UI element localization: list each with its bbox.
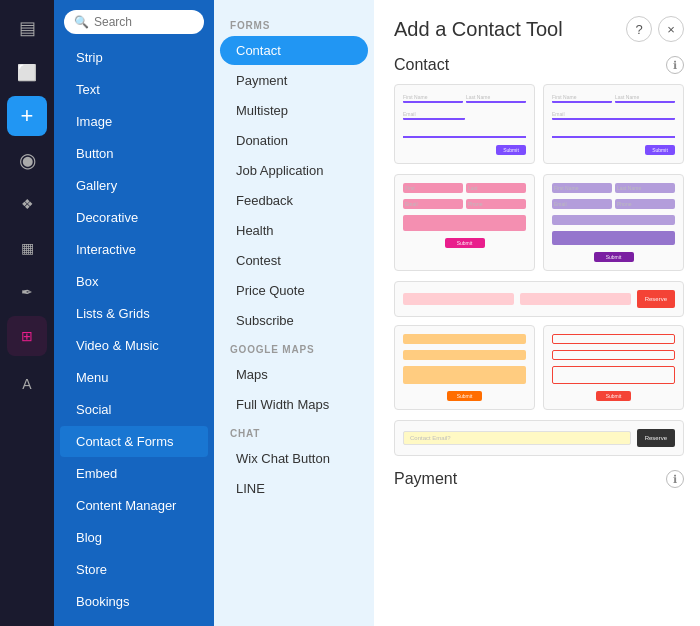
forms-grid-row1: First Name Last Name Email Submit First … bbox=[394, 84, 684, 164]
sidebar-item-embed[interactable]: Embed bbox=[60, 458, 208, 489]
right-panel: Add a Contact Tool ? × Contact ℹ First N… bbox=[374, 0, 700, 626]
icon-bar: ▤ ⬜ + ◉ ❖ ▦ ✒ ⊞ A bbox=[0, 0, 54, 626]
panel-title: Add a Contact Tool bbox=[394, 18, 563, 41]
reserve-button-preview: Reserve bbox=[637, 290, 675, 308]
sidebar-item-menu[interactable]: Menu bbox=[60, 362, 208, 393]
forms-grid-row3: Submit Submit bbox=[394, 325, 684, 410]
middle-item-contest[interactable]: Contest bbox=[220, 246, 368, 275]
form-card-wide-2[interactable]: Contact Email? Reserve bbox=[394, 420, 684, 456]
middle-item-payment[interactable]: Payment bbox=[220, 66, 368, 95]
middle-item-line[interactable]: LINE bbox=[220, 474, 368, 503]
middle-item-price-quote[interactable]: Price Quote bbox=[220, 276, 368, 305]
sidebar-item-box[interactable]: Box bbox=[60, 266, 208, 297]
middle-item-contact[interactable]: Contact bbox=[220, 36, 368, 65]
widgets-icon[interactable]: ⊞ bbox=[7, 316, 47, 356]
sidebar-item-content-manager[interactable]: Content Manager bbox=[60, 490, 208, 521]
sidebar-item-video[interactable]: Video & Music bbox=[60, 330, 208, 361]
blog2-icon[interactable]: A bbox=[7, 364, 47, 404]
middle-item-donation[interactable]: Donation bbox=[220, 126, 368, 155]
apps-market-icon[interactable]: ❖ bbox=[7, 184, 47, 224]
contact-section-title: Contact bbox=[394, 56, 449, 74]
layouts-icon[interactable]: ⬜ bbox=[7, 52, 47, 92]
sidebar-item-events[interactable]: Events bbox=[60, 618, 208, 626]
reserve-dark-button-preview: Reserve bbox=[637, 429, 675, 447]
payment-section-header: Payment ℹ bbox=[394, 470, 684, 488]
sidebar-item-store[interactable]: Store bbox=[60, 554, 208, 585]
design-icon[interactable]: ◉ bbox=[7, 140, 47, 180]
sidebar-item-gallery[interactable]: Gallery bbox=[60, 170, 208, 201]
sidebar-item-decorative[interactable]: Decorative bbox=[60, 202, 208, 233]
middle-item-health[interactable]: Health bbox=[220, 216, 368, 245]
sidebar-item-lists[interactable]: Lists & Grids bbox=[60, 298, 208, 329]
form-card-2[interactable]: First Name Last Name Email Submit bbox=[543, 84, 684, 164]
middle-item-maps[interactable]: Maps bbox=[220, 360, 368, 389]
contact-info-icon[interactable]: ℹ bbox=[666, 56, 684, 74]
add-icon[interactable]: + bbox=[7, 96, 47, 136]
search-input[interactable] bbox=[94, 15, 194, 29]
form-card-outlined[interactable]: Submit bbox=[543, 325, 684, 410]
middle-item-full-width-maps[interactable]: Full Width Maps bbox=[220, 390, 368, 419]
form-card-orange[interactable]: Submit bbox=[394, 325, 535, 410]
form-card-3[interactable]: First Last Email Phone Submit bbox=[394, 174, 535, 271]
left-panel: 🔍 Strip Text Image Button Gallery Decora… bbox=[54, 0, 214, 626]
form-card-4[interactable]: First Name Last Name Email Phone Submit bbox=[543, 174, 684, 271]
form-card-1[interactable]: First Name Last Name Email Submit bbox=[394, 84, 535, 164]
pages-icon[interactable]: ▤ bbox=[7, 8, 47, 48]
close-button[interactable]: × bbox=[658, 16, 684, 42]
maps-section-label: GOOGLE MAPS bbox=[214, 336, 374, 359]
payment-section-title: Payment bbox=[394, 470, 457, 488]
pen-icon[interactable]: ✒ bbox=[7, 272, 47, 312]
middle-item-job-application[interactable]: Job Application bbox=[220, 156, 368, 185]
sidebar-item-button[interactable]: Button bbox=[60, 138, 208, 169]
sidebar-item-social[interactable]: Social bbox=[60, 394, 208, 425]
search-icon: 🔍 bbox=[74, 15, 89, 29]
chat-section-label: CHAT bbox=[214, 420, 374, 443]
sidebar-item-contact[interactable]: Contact & Forms bbox=[60, 426, 208, 457]
form-card-wide-1[interactable]: Reserve bbox=[394, 281, 684, 317]
middle-item-wix-chat[interactable]: Wix Chat Button bbox=[220, 444, 368, 473]
panel-header: Add a Contact Tool ? × bbox=[394, 16, 684, 42]
middle-item-subscribe[interactable]: Subscribe bbox=[220, 306, 368, 335]
sidebar-item-strip[interactable]: Strip bbox=[60, 42, 208, 73]
sidebar-item-blog[interactable]: Blog bbox=[60, 522, 208, 553]
media-icon[interactable]: ▦ bbox=[7, 228, 47, 268]
panel-controls: ? × bbox=[626, 16, 684, 42]
search-box[interactable]: 🔍 bbox=[64, 10, 204, 34]
middle-item-multistep[interactable]: Multistep bbox=[220, 96, 368, 125]
middle-item-feedback[interactable]: Feedback bbox=[220, 186, 368, 215]
help-button[interactable]: ? bbox=[626, 16, 652, 42]
payment-info-icon[interactable]: ℹ bbox=[666, 470, 684, 488]
sidebar-item-interactive[interactable]: Interactive bbox=[60, 234, 208, 265]
middle-panel: FORMS Contact Payment Multistep Donation… bbox=[214, 0, 374, 626]
forms-grid-row2: First Last Email Phone Submit First Name… bbox=[394, 174, 684, 271]
forms-section-label: FORMS bbox=[214, 12, 374, 35]
sidebar-item-image[interactable]: Image bbox=[60, 106, 208, 137]
sidebar-item-bookings[interactable]: Bookings bbox=[60, 586, 208, 617]
sidebar-item-text[interactable]: Text bbox=[60, 74, 208, 105]
contact-section-header: Contact ℹ bbox=[394, 56, 684, 74]
